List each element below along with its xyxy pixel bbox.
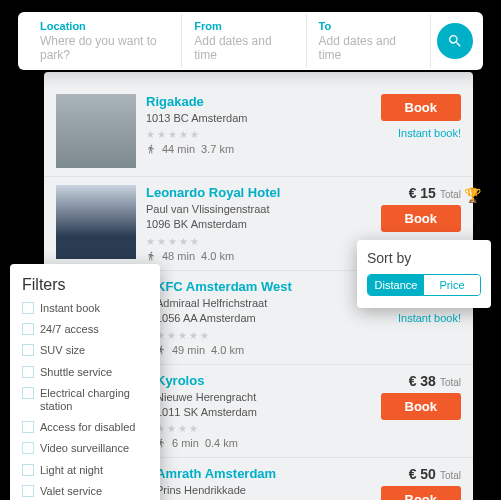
result-walk: 44 min bbox=[162, 143, 195, 155]
result-distance: 4.0 km bbox=[211, 344, 244, 356]
result-meta: 44 min 3.7 km bbox=[146, 143, 365, 155]
result-walk: 6 min bbox=[172, 437, 199, 449]
result-meta: 6 min 0.4 km bbox=[156, 437, 365, 449]
checkbox-icon[interactable] bbox=[22, 302, 34, 314]
result-title[interactable]: Rigakade bbox=[146, 94, 365, 109]
checkbox-icon[interactable] bbox=[22, 442, 34, 454]
result-title[interactable]: Kyrolos bbox=[156, 373, 365, 388]
result-stars: ★★★★★ bbox=[146, 129, 365, 140]
filter-item[interactable]: 24/7 access bbox=[22, 323, 148, 336]
from-placeholder: Add dates and time bbox=[194, 34, 293, 62]
book-button[interactable]: Book bbox=[381, 486, 462, 500]
location-placeholder: Where do you want to park? bbox=[40, 34, 169, 62]
filter-item[interactable]: Light at night bbox=[22, 464, 148, 477]
book-button[interactable]: Book bbox=[381, 393, 462, 420]
sort-price[interactable]: Price bbox=[424, 275, 480, 295]
result-address-2: 1013 BC Amsterdam bbox=[146, 111, 365, 126]
from-field[interactable]: From Add dates and time bbox=[182, 14, 306, 68]
result-address-2: 1056 AA Amsterdam bbox=[156, 311, 365, 326]
checkbox-icon[interactable] bbox=[22, 485, 34, 497]
result-title[interactable]: KFC Amsterdam West bbox=[156, 279, 365, 294]
result-distance: 4.0 km bbox=[201, 250, 234, 262]
trophy-icon: 🏆 bbox=[464, 187, 481, 203]
instant-book-label: Instant book! bbox=[398, 312, 461, 324]
sort-distance[interactable]: Distance bbox=[368, 275, 424, 295]
filter-item[interactable]: SUV size bbox=[22, 344, 148, 357]
result-meta: 49 min 4.0 km bbox=[156, 344, 365, 356]
to-placeholder: Add dates and time bbox=[319, 34, 418, 62]
result-card[interactable]: Rigakade 1013 BC Amsterdam ★★★★★ 44 min … bbox=[44, 86, 473, 177]
filters-title: Filters bbox=[22, 276, 148, 294]
sort-panel: Sort by Distance Price bbox=[357, 240, 491, 308]
checkbox-icon[interactable] bbox=[22, 323, 34, 335]
search-bar: Location Where do you want to park? From… bbox=[18, 12, 483, 70]
result-distance: 0.4 km bbox=[205, 437, 238, 449]
filter-item[interactable]: Valet service bbox=[22, 485, 148, 498]
checkbox-icon[interactable] bbox=[22, 464, 34, 476]
result-thumbnail bbox=[56, 94, 136, 168]
to-field[interactable]: To Add dates and time bbox=[307, 14, 431, 68]
location-label: Location bbox=[40, 20, 169, 32]
result-walk: 49 min bbox=[172, 344, 205, 356]
result-thumbnail bbox=[56, 185, 136, 259]
instant-book-label: Instant book! bbox=[398, 127, 461, 139]
book-button[interactable]: Book bbox=[381, 205, 462, 232]
result-price: € 50Total bbox=[409, 466, 461, 482]
filter-item[interactable]: Instant book bbox=[22, 302, 148, 315]
result-address-1: Paul van Vlissingenstraat bbox=[146, 202, 365, 217]
sort-title: Sort by bbox=[367, 250, 481, 266]
result-stars: ★★★★★ bbox=[156, 330, 365, 341]
result-address-1: Admiraal Helfrichstraat bbox=[156, 296, 365, 311]
result-stars: ★★★★ bbox=[156, 423, 365, 434]
result-address-2: 1011 SK Amsterdam bbox=[156, 405, 365, 420]
filter-item[interactable]: Video surveillance bbox=[22, 442, 148, 455]
search-icon bbox=[447, 33, 463, 49]
checkbox-icon[interactable] bbox=[22, 421, 34, 433]
walk-icon bbox=[146, 251, 156, 261]
result-meta: 48 min 4.0 km bbox=[146, 250, 365, 262]
search-button[interactable] bbox=[437, 23, 473, 59]
result-title[interactable]: Amrath Amsterdam bbox=[156, 466, 365, 481]
book-button[interactable]: Book bbox=[381, 94, 462, 121]
filter-item[interactable]: Access for disabled bbox=[22, 421, 148, 434]
filter-item[interactable]: Shuttle service bbox=[22, 366, 148, 379]
result-address-2: 1096 BK Amsterdam bbox=[146, 217, 365, 232]
checkbox-icon[interactable] bbox=[22, 366, 34, 378]
result-address-1: Prins Hendrikkade bbox=[156, 483, 365, 498]
result-walk: 48 min bbox=[162, 250, 195, 262]
result-stars: ★★★★★ bbox=[146, 236, 365, 247]
filters-panel: Filters Instant book 24/7 access SUV siz… bbox=[10, 264, 160, 500]
checkbox-icon[interactable] bbox=[22, 387, 34, 399]
result-price: € 15Total bbox=[409, 185, 461, 201]
filter-item[interactable]: Electrical charging station bbox=[22, 387, 148, 413]
from-label: From bbox=[194, 20, 293, 32]
sort-toggle[interactable]: Distance Price bbox=[367, 274, 481, 296]
location-field[interactable]: Location Where do you want to park? bbox=[28, 14, 182, 68]
walk-icon bbox=[146, 144, 156, 154]
result-address-1: Nieuwe Herengracht bbox=[156, 390, 365, 405]
checkbox-icon[interactable] bbox=[22, 344, 34, 356]
result-distance: 3.7 km bbox=[201, 143, 234, 155]
to-label: To bbox=[319, 20, 418, 32]
result-price: € 38Total bbox=[409, 373, 461, 389]
result-title[interactable]: Leonardo Royal Hotel bbox=[146, 185, 365, 200]
